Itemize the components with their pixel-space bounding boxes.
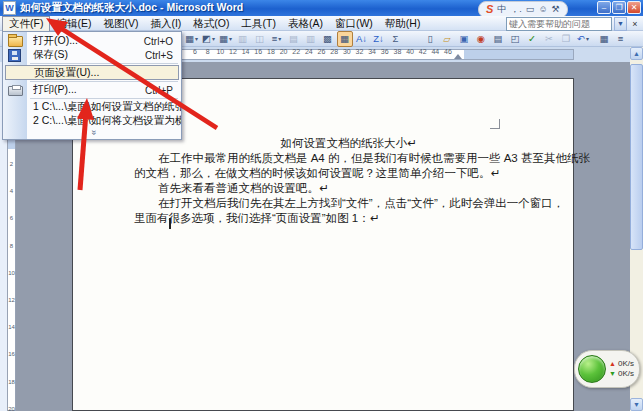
ruler-number: 2	[8, 161, 15, 167]
print-preview-button[interactable]: ◰	[507, 31, 523, 47]
menubar-item-insert[interactable]: 插入(I)	[144, 16, 187, 31]
distribute-rows-button[interactable]: ▤	[286, 31, 302, 47]
close-document-window-icon[interactable]: ×	[629, 18, 641, 30]
undo-button[interactable]: ↶▾	[575, 31, 591, 47]
menubar-item-edit[interactable]: 编辑(E)	[50, 16, 97, 31]
ime-logo[interactable]: S	[486, 3, 493, 16]
menubar-item-help[interactable]: 帮助(H)	[379, 16, 427, 31]
ruler-number: 6	[8, 215, 15, 221]
ruler-number: 12	[8, 297, 15, 303]
shading-color-button[interactable]: ◩▾	[201, 31, 217, 47]
new-document-button[interactable]: ▯	[422, 31, 438, 47]
cut-button[interactable]: ✂	[541, 31, 557, 47]
tables-and-borders-icon: ▦	[600, 32, 609, 45]
document-title-line: 如何设置文档的纸张大小↵	[134, 136, 563, 151]
border-style-icon: ▦	[185, 32, 194, 45]
close-button[interactable]: ✕	[627, 1, 641, 14]
menu-item-label: 1 C:\...\桌面\如何设置文档的纸张大小.doc	[33, 100, 181, 114]
document-text-line: 首先来看看普通文档的设置吧。↵	[134, 181, 563, 196]
scrollbar-thumb[interactable]	[630, 64, 643, 250]
undo-icon: ↶	[577, 32, 585, 45]
ruler-number: 36	[381, 48, 389, 55]
permission-button[interactable]: ◉	[473, 31, 489, 47]
help-dropdown-arrow-icon[interactable]: ▼	[614, 17, 627, 31]
upload-speed-value: 0K/s	[618, 359, 634, 369]
menubar-item-file[interactable]: 文件(F)	[2, 16, 50, 31]
sort-ascending-icon: A↓	[356, 32, 367, 45]
ime-soft-keyboard-icon[interactable]: ▭	[526, 3, 535, 16]
text-insertion-cursor	[169, 218, 171, 229]
distribute-cols-button[interactable]: ▥	[303, 31, 319, 47]
menubar-item-tools[interactable]: 工具(T)	[236, 16, 282, 31]
open-button[interactable]: ▱	[439, 31, 455, 47]
autosum-button[interactable]: Σ	[388, 31, 404, 47]
print-icon: ▤	[494, 32, 503, 45]
ime-punctuation[interactable]: ，.	[510, 3, 522, 16]
download-speed-row: ▼ 0K/s	[609, 369, 634, 379]
document-text-line: 的文档，那么，在做文档的时候该如何设置呢？这里简单介绍一下吧。↵	[134, 166, 563, 181]
network-monitor-orb-icon[interactable]	[578, 355, 606, 383]
ime-settings-wrench-icon[interactable]: ⚒	[552, 3, 560, 16]
ruler-number: 14	[8, 324, 15, 330]
copy-button[interactable]: ❐	[558, 31, 574, 47]
ruler-number: 4	[8, 188, 15, 194]
window-title: 如何设置文档的纸张大小.doc - Microsoft Word	[20, 1, 243, 15]
save-floppy-icon	[8, 49, 21, 62]
scroll-down-arrow-icon[interactable]: ▼	[630, 398, 643, 411]
table-autoformat-icon: ▩	[323, 32, 332, 45]
restore-button[interactable]: ❐	[612, 1, 626, 14]
menu-expand-chevron-icon[interactable]: »	[88, 44, 97, 222]
tables-and-borders-button[interactable]: ▦	[596, 31, 612, 47]
insert-table-button[interactable]: ▦▾	[218, 31, 234, 47]
ruler-number: 26	[318, 48, 326, 55]
toolbar-options-button[interactable]: ≡	[613, 31, 629, 47]
scroll-up-arrow-icon[interactable]: ▲	[630, 47, 643, 60]
cell-alignment-icon: ≡	[272, 32, 278, 45]
table-autoformat-button[interactable]: ▩	[320, 31, 336, 47]
download-arrow-icon: ▼	[609, 369, 616, 379]
copy-icon: ❐	[562, 32, 571, 45]
show-gridlines-button[interactable]: ▦	[337, 31, 353, 47]
ime-mode-chinese[interactable]: 中	[497, 3, 506, 16]
network-speed-widget[interactable]: ▲ 0K/s ▼ 0K/s	[574, 350, 640, 388]
ruler-number: 10	[216, 48, 224, 55]
menu-item-shortcut: Ctrl+P	[145, 85, 173, 96]
spelling-icon: ✓	[528, 32, 536, 45]
menu-item-label: 2 C:\...\桌面\如何将文档设置为横向.doc	[33, 114, 181, 128]
right-indent-marker[interactable]	[454, 54, 462, 59]
save-button[interactable]: ▣	[456, 31, 472, 47]
sort-descending-button[interactable]: Z↓	[371, 31, 387, 47]
new-document-icon: ▯	[427, 32, 432, 45]
autosum-icon: Σ	[393, 32, 399, 45]
ruler-number: 38	[393, 48, 401, 55]
menubar-item-table[interactable]: 表格(A)	[282, 16, 329, 31]
help-question-input[interactable]	[506, 17, 612, 31]
minimize-button[interactable]: –	[597, 1, 611, 14]
menu-separator	[30, 63, 178, 64]
menubar-item-window[interactable]: 窗口(W)	[329, 16, 379, 31]
ruler-number: 20	[280, 48, 288, 55]
ruler-number: 12	[229, 48, 237, 55]
ruler-number: 6	[193, 48, 197, 55]
window-controls: –❐✕	[597, 1, 641, 14]
ruler-number: 24	[305, 48, 313, 55]
menubar-item-format[interactable]: 格式(O)	[187, 16, 235, 31]
border-style-button[interactable]: ▦▾	[184, 31, 200, 47]
insert-table-icon: ▦	[219, 32, 228, 45]
spelling-button[interactable]: ✓	[524, 31, 540, 47]
ime-user-icon[interactable]: ☺	[538, 3, 547, 16]
upload-speed-row: ▲ 0K/s	[609, 359, 634, 369]
menubar-item-view[interactable]: 视图(V)	[97, 16, 144, 31]
merge-cells-button[interactable]: ▥	[235, 31, 251, 47]
download-speed-value: 0K/s	[618, 369, 634, 379]
dropdown-arrow-icon: ▾	[195, 35, 198, 42]
ruler-number: 34	[368, 48, 376, 55]
ruler-number: 10	[8, 270, 15, 276]
show-gridlines-icon: ▦	[340, 32, 349, 45]
split-cells-button[interactable]: ◫	[252, 31, 268, 47]
print-button[interactable]: ▤	[490, 31, 506, 47]
ruler-number: 28	[330, 48, 338, 55]
right-margin-zone	[464, 50, 573, 59]
sort-ascending-button[interactable]: A↓	[354, 31, 370, 47]
cell-alignment-button[interactable]: ≡▾	[269, 31, 285, 47]
